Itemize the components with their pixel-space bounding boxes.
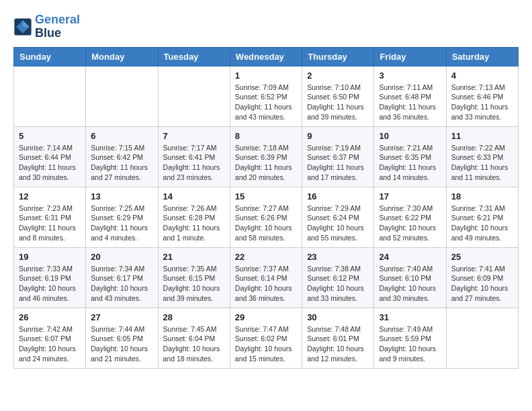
day-info: Sunrise: 7:27 AMSunset: 6:26 PMDaylight:… xyxy=(235,203,297,243)
day-number: 12 xyxy=(19,191,81,201)
header-sunday: Sunday xyxy=(14,47,86,66)
calendar-cell: 16Sunrise: 7:29 AMSunset: 6:24 PMDayligh… xyxy=(302,187,374,247)
calendar-cell xyxy=(14,66,86,126)
day-info: Sunrise: 7:48 AMSunset: 6:01 PMDaylight:… xyxy=(307,324,369,364)
day-info: Sunrise: 7:49 AMSunset: 5:59 PMDaylight:… xyxy=(379,324,441,364)
day-number: 24 xyxy=(379,252,441,262)
day-number: 17 xyxy=(379,191,441,201)
day-number: 26 xyxy=(19,312,81,322)
day-number: 19 xyxy=(19,252,81,262)
day-number: 28 xyxy=(163,312,225,322)
day-number: 22 xyxy=(235,252,297,262)
day-number: 31 xyxy=(379,312,441,322)
calendar-week-4: 19Sunrise: 7:33 AMSunset: 6:19 PMDayligh… xyxy=(14,247,519,308)
calendar-cell: 27Sunrise: 7:44 AMSunset: 6:05 PMDayligh… xyxy=(86,308,158,368)
day-info: Sunrise: 7:22 AMSunset: 6:33 PMDaylight:… xyxy=(451,143,513,183)
day-number: 15 xyxy=(235,191,297,201)
day-info: Sunrise: 7:44 AMSunset: 6:05 PMDaylight:… xyxy=(91,324,152,364)
header-thursday: Thursday xyxy=(302,47,374,66)
calendar-cell: 30Sunrise: 7:48 AMSunset: 6:01 PMDayligh… xyxy=(302,308,374,368)
header-monday: Monday xyxy=(86,47,158,66)
day-number: 23 xyxy=(307,252,369,262)
day-number: 10 xyxy=(379,131,441,141)
day-number: 9 xyxy=(307,131,369,141)
calendar-week-5: 26Sunrise: 7:42 AMSunset: 6:07 PMDayligh… xyxy=(14,308,519,368)
day-number: 11 xyxy=(451,131,513,141)
calendar-cell: 13Sunrise: 7:25 AMSunset: 6:29 PMDayligh… xyxy=(86,187,158,247)
calendar-cell: 2Sunrise: 7:10 AMSunset: 6:50 PMDaylight… xyxy=(302,66,374,126)
calendar: SundayMondayTuesdayWednesdayThursdayFrid… xyxy=(13,47,519,369)
day-number: 5 xyxy=(19,131,81,141)
calendar-cell: 24Sunrise: 7:40 AMSunset: 6:10 PMDayligh… xyxy=(374,247,446,308)
day-info: Sunrise: 7:15 AMSunset: 6:42 PMDaylight:… xyxy=(91,143,152,183)
header-saturday: Saturday xyxy=(446,47,518,66)
day-number: 4 xyxy=(451,71,513,81)
logo-text: General Blue xyxy=(35,13,80,40)
day-number: 16 xyxy=(307,191,369,201)
day-info: Sunrise: 7:11 AMSunset: 6:48 PMDaylight:… xyxy=(379,83,441,122)
day-number: 29 xyxy=(235,312,297,322)
day-info: Sunrise: 7:33 AMSunset: 6:19 PMDaylight:… xyxy=(19,264,81,304)
calendar-week-2: 5Sunrise: 7:14 AMSunset: 6:44 PMDaylight… xyxy=(14,126,519,187)
day-info: Sunrise: 7:10 AMSunset: 6:50 PMDaylight:… xyxy=(307,83,369,122)
day-number: 6 xyxy=(91,131,152,141)
day-number: 14 xyxy=(163,191,225,201)
day-info: Sunrise: 7:35 AMSunset: 6:15 PMDaylight:… xyxy=(163,264,225,304)
calendar-cell: 3Sunrise: 7:11 AMSunset: 6:48 PMDaylight… xyxy=(374,66,446,126)
calendar-cell: 10Sunrise: 7:21 AMSunset: 6:35 PMDayligh… xyxy=(374,126,446,187)
calendar-cell: 7Sunrise: 7:17 AMSunset: 6:41 PMDaylight… xyxy=(158,126,230,187)
day-info: Sunrise: 7:38 AMSunset: 6:12 PMDaylight:… xyxy=(307,264,369,304)
day-info: Sunrise: 7:18 AMSunset: 6:39 PMDaylight:… xyxy=(235,143,297,183)
calendar-cell: 6Sunrise: 7:15 AMSunset: 6:42 PMDaylight… xyxy=(86,126,158,187)
calendar-cell: 23Sunrise: 7:38 AMSunset: 6:12 PMDayligh… xyxy=(302,247,374,308)
day-number: 25 xyxy=(451,252,513,262)
logo-icon xyxy=(13,17,32,36)
day-number: 1 xyxy=(235,71,297,81)
day-number: 2 xyxy=(307,71,369,81)
calendar-week-3: 12Sunrise: 7:23 AMSunset: 6:31 PMDayligh… xyxy=(14,187,519,247)
day-info: Sunrise: 7:40 AMSunset: 6:10 PMDaylight:… xyxy=(379,264,441,304)
day-number: 30 xyxy=(307,312,369,322)
day-number: 8 xyxy=(235,131,297,141)
calendar-cell: 26Sunrise: 7:42 AMSunset: 6:07 PMDayligh… xyxy=(14,308,86,368)
day-number: 21 xyxy=(163,252,225,262)
day-info: Sunrise: 7:26 AMSunset: 6:28 PMDaylight:… xyxy=(163,203,225,243)
calendar-cell: 8Sunrise: 7:18 AMSunset: 6:39 PMDaylight… xyxy=(230,126,302,187)
day-info: Sunrise: 7:37 AMSunset: 6:14 PMDaylight:… xyxy=(235,264,297,304)
calendar-week-1: 1Sunrise: 7:09 AMSunset: 6:52 PMDaylight… xyxy=(14,66,519,126)
day-number: 7 xyxy=(163,131,225,141)
day-info: Sunrise: 7:17 AMSunset: 6:41 PMDaylight:… xyxy=(163,143,225,183)
calendar-cell: 15Sunrise: 7:27 AMSunset: 6:26 PMDayligh… xyxy=(230,187,302,247)
header-wednesday: Wednesday xyxy=(230,47,302,66)
calendar-cell xyxy=(446,308,518,368)
day-number: 18 xyxy=(451,191,513,201)
calendar-cell: 21Sunrise: 7:35 AMSunset: 6:15 PMDayligh… xyxy=(158,247,230,308)
day-info: Sunrise: 7:21 AMSunset: 6:35 PMDaylight:… xyxy=(379,143,441,183)
day-info: Sunrise: 7:09 AMSunset: 6:52 PMDaylight:… xyxy=(235,83,297,122)
day-info: Sunrise: 7:34 AMSunset: 6:17 PMDaylight:… xyxy=(91,264,152,304)
calendar-cell: 22Sunrise: 7:37 AMSunset: 6:14 PMDayligh… xyxy=(230,247,302,308)
day-number: 13 xyxy=(91,191,152,201)
calendar-cell: 11Sunrise: 7:22 AMSunset: 6:33 PMDayligh… xyxy=(446,126,518,187)
calendar-cell: 1Sunrise: 7:09 AMSunset: 6:52 PMDaylight… xyxy=(230,66,302,126)
day-info: Sunrise: 7:23 AMSunset: 6:31 PMDaylight:… xyxy=(19,203,81,243)
day-info: Sunrise: 7:25 AMSunset: 6:29 PMDaylight:… xyxy=(91,203,152,243)
calendar-cell: 25Sunrise: 7:41 AMSunset: 6:09 PMDayligh… xyxy=(446,247,518,308)
day-info: Sunrise: 7:45 AMSunset: 6:04 PMDaylight:… xyxy=(163,324,225,364)
day-info: Sunrise: 7:30 AMSunset: 6:22 PMDaylight:… xyxy=(379,203,441,243)
day-info: Sunrise: 7:19 AMSunset: 6:37 PMDaylight:… xyxy=(307,143,369,183)
calendar-cell: 18Sunrise: 7:31 AMSunset: 6:21 PMDayligh… xyxy=(446,187,518,247)
day-number: 3 xyxy=(379,71,441,81)
calendar-header-row: SundayMondayTuesdayWednesdayThursdayFrid… xyxy=(14,47,519,66)
page-header: General Blue xyxy=(13,13,519,40)
calendar-cell: 14Sunrise: 7:26 AMSunset: 6:28 PMDayligh… xyxy=(158,187,230,247)
header-friday: Friday xyxy=(374,47,446,66)
calendar-cell: 17Sunrise: 7:30 AMSunset: 6:22 PMDayligh… xyxy=(374,187,446,247)
calendar-cell: 19Sunrise: 7:33 AMSunset: 6:19 PMDayligh… xyxy=(14,247,86,308)
day-info: Sunrise: 7:42 AMSunset: 6:07 PMDaylight:… xyxy=(19,324,81,364)
calendar-cell xyxy=(86,66,158,126)
calendar-cell: 31Sunrise: 7:49 AMSunset: 5:59 PMDayligh… xyxy=(374,308,446,368)
day-info: Sunrise: 7:14 AMSunset: 6:44 PMDaylight:… xyxy=(19,143,81,183)
day-info: Sunrise: 7:41 AMSunset: 6:09 PMDaylight:… xyxy=(451,264,513,304)
day-info: Sunrise: 7:47 AMSunset: 6:02 PMDaylight:… xyxy=(235,324,297,364)
